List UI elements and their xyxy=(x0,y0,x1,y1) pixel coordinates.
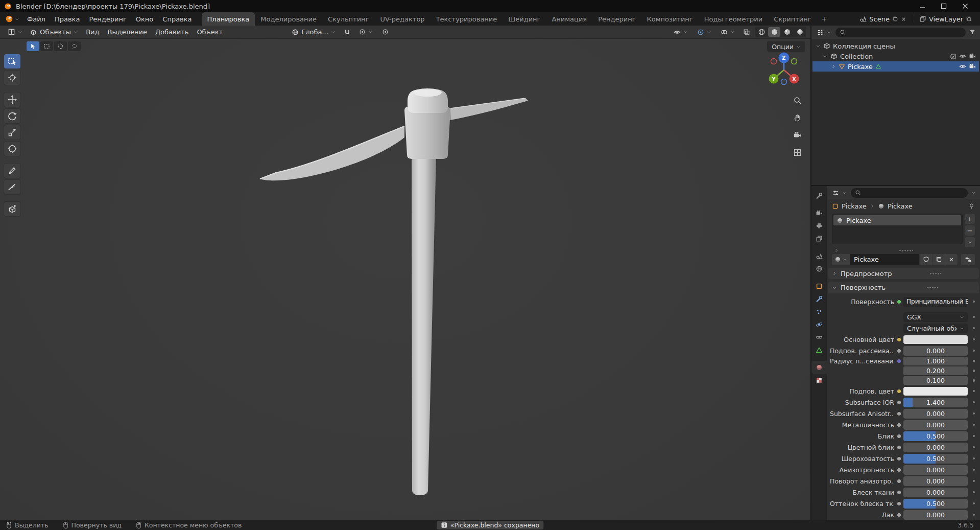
proportional-editing-dropdown[interactable] xyxy=(378,28,392,36)
menu-add[interactable]: Добавить xyxy=(151,27,193,37)
tab-modeling[interactable]: Моделирование xyxy=(255,12,322,26)
gizmos-dropdown[interactable] xyxy=(694,28,715,37)
tab-modifiers[interactable] xyxy=(811,292,827,305)
camera-view-icon[interactable] xyxy=(791,129,803,141)
menu-help[interactable]: Справка xyxy=(158,13,196,25)
sheen-slider[interactable]: 0.000 xyxy=(903,488,968,497)
xray-toggle[interactable] xyxy=(740,27,753,37)
scale-tool[interactable] xyxy=(4,125,20,140)
clearcoat-slider[interactable]: 0.000 xyxy=(903,510,968,520)
surface-section-header[interactable]: Поверхность xyxy=(828,282,979,293)
tab-uv-editor[interactable]: UV-редактор xyxy=(374,12,430,26)
base-color-swatch[interactable] xyxy=(903,335,968,344)
browse-material-button[interactable] xyxy=(832,254,850,265)
collection-checkbox-icon[interactable] xyxy=(950,53,957,60)
chevron-down-icon[interactable] xyxy=(971,190,976,195)
decorator-dot[interactable] xyxy=(968,514,980,516)
new-viewlayer-icon[interactable] xyxy=(966,16,972,22)
tab-constraints[interactable] xyxy=(811,331,827,343)
mode-select[interactable]: Объекты xyxy=(26,27,82,37)
resize-grip-icon[interactable] xyxy=(899,249,913,252)
decorator-dot[interactable] xyxy=(968,360,980,362)
transform-tool[interactable] xyxy=(4,142,20,156)
tab-tool[interactable] xyxy=(811,189,827,202)
decorator-dot[interactable] xyxy=(968,327,980,330)
navigation-gizmo[interactable]: Z Y X xyxy=(760,45,807,92)
shader-select-button[interactable]: Принципиальный BSDF xyxy=(903,297,968,307)
use-nodes-button[interactable] xyxy=(961,254,975,265)
decorator-dot[interactable] xyxy=(968,424,980,426)
orthographic-grid-icon[interactable] xyxy=(791,146,803,158)
snap-target-dropdown[interactable] xyxy=(355,28,376,36)
slot-list-grip[interactable] xyxy=(827,248,980,252)
chevron-right-icon[interactable] xyxy=(831,64,836,69)
outliner-search-input[interactable] xyxy=(835,28,966,37)
tab-rendering[interactable]: Рендеринг xyxy=(592,12,641,26)
radius-x-field[interactable]: 1.000 xyxy=(903,357,968,365)
subsurface-color-swatch[interactable] xyxy=(903,387,968,396)
decorator-dot[interactable] xyxy=(968,469,980,471)
decorator-dot[interactable] xyxy=(968,350,980,352)
rotate-tool[interactable] xyxy=(4,109,20,123)
menu-view[interactable]: Вид xyxy=(82,27,103,37)
pin-icon[interactable] xyxy=(968,203,975,210)
tab-compositing[interactable]: Композитинг xyxy=(641,12,699,26)
collection-row[interactable]: Collection xyxy=(812,51,979,61)
minimize-button[interactable] xyxy=(912,0,933,12)
tab-material[interactable] xyxy=(811,361,827,374)
chevron-right-icon[interactable] xyxy=(834,248,839,253)
menu-window[interactable]: Окно xyxy=(131,13,158,25)
close-button[interactable] xyxy=(954,0,976,12)
transform-orientation-dropdown[interactable]: Глоба... xyxy=(288,27,339,37)
specular-tint-slider[interactable]: 0.000 xyxy=(903,443,968,452)
shading-wireframe-button[interactable] xyxy=(755,27,768,37)
outliner-editor-type-button[interactable] xyxy=(816,28,832,37)
decorator-dot[interactable] xyxy=(968,480,980,482)
unlink-scene-icon[interactable] xyxy=(901,16,906,22)
shading-material-button[interactable] xyxy=(781,27,793,37)
chevron-down-icon[interactable] xyxy=(816,43,821,49)
add-workspace-button[interactable]: + xyxy=(817,12,832,26)
pickaxe-model[interactable] xyxy=(0,39,810,520)
zoom-icon[interactable] xyxy=(791,94,803,106)
tab-output[interactable] xyxy=(811,219,827,232)
maximize-button[interactable] xyxy=(933,0,954,12)
metallic-slider[interactable]: 0.000 xyxy=(903,420,968,430)
slot-specials-button[interactable] xyxy=(965,237,975,247)
decorator-dot[interactable] xyxy=(968,435,980,437)
select-mode-box[interactable] xyxy=(40,41,53,51)
anisotropic-slider[interactable]: 0.000 xyxy=(903,465,968,475)
hide-eye-icon[interactable] xyxy=(959,63,966,70)
tab-object-data[interactable] xyxy=(811,343,827,356)
sheen-tint-slider[interactable]: 0.500 xyxy=(903,499,968,509)
decorator-dot[interactable] xyxy=(968,401,980,404)
material-name-field[interactable]: Pickaxe xyxy=(850,254,919,265)
decorator-dot[interactable] xyxy=(968,412,980,415)
select-mode-circle[interactable] xyxy=(54,41,67,51)
save-notification[interactable]: «Pickaxe.blend» сохранено xyxy=(437,521,543,529)
chevron-down-icon[interactable] xyxy=(823,54,828,59)
breadcrumb-material[interactable]: Pickaxe xyxy=(888,202,913,210)
render-visibility-camera-icon[interactable] xyxy=(969,63,976,70)
fake-user-shield-button[interactable] xyxy=(919,254,932,265)
tab-animation[interactable]: Анимация xyxy=(546,12,592,26)
menu-render[interactable]: Рендеринг xyxy=(84,13,131,25)
viewlayer-selector[interactable]: ViewLayer xyxy=(916,14,975,24)
decorator-dot[interactable] xyxy=(968,316,980,318)
measure-tool[interactable] xyxy=(4,180,20,194)
new-material-button[interactable] xyxy=(932,254,945,265)
decorator-dot[interactable] xyxy=(968,457,980,460)
viewport-3d[interactable]: Опции Z Y xyxy=(0,39,810,520)
blender-menu-button[interactable] xyxy=(2,12,22,26)
tab-scripting[interactable]: Скриптинг xyxy=(768,12,817,26)
distribution-dropdown[interactable]: GGX xyxy=(903,312,968,322)
decorator-dot[interactable] xyxy=(968,379,980,382)
properties-search-input[interactable] xyxy=(851,188,968,198)
decorator-dot[interactable] xyxy=(968,338,980,341)
roughness-slider[interactable]: 0.500 xyxy=(903,454,968,464)
add-cube-tool[interactable] xyxy=(4,202,20,216)
tab-texture[interactable] xyxy=(811,374,827,386)
subsurface-method-dropdown[interactable]: Случайный обход xyxy=(903,324,968,333)
annotate-tool[interactable] xyxy=(4,164,20,178)
decorator-dot[interactable] xyxy=(968,502,980,505)
